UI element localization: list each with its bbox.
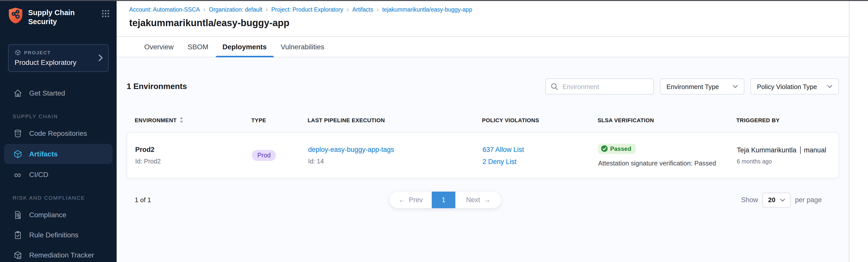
breadcrumb: Account: Automation-SSCA › Organization:… bbox=[129, 6, 837, 13]
slsa-status-badge: Passed bbox=[598, 144, 636, 154]
arrow-left-icon: ← bbox=[399, 196, 405, 204]
environment-type-filter[interactable]: Environment Type bbox=[660, 79, 744, 94]
scrollbar[interactable] bbox=[849, 0, 868, 262]
app-title: Supply Chain Security bbox=[23, 7, 101, 26]
page-number-button[interactable]: 1 bbox=[432, 192, 455, 208]
environment-type-filter-label: Environment Type bbox=[666, 83, 719, 90]
home-icon bbox=[12, 88, 23, 98]
sidebar-item-rule-definitions[interactable]: Rule Definitions bbox=[0, 225, 117, 245]
sidebar-item-get-started[interactable]: Get Started bbox=[0, 83, 117, 103]
cell-triggered-by: Teja Kummarikuntla manual 6 months ago bbox=[737, 146, 838, 165]
column-type: TYPE bbox=[251, 117, 308, 123]
box-wrench-icon bbox=[12, 250, 23, 260]
page-header: Account: Automation-SSCA › Organization:… bbox=[117, 0, 849, 37]
environment-search-input[interactable] bbox=[562, 83, 648, 90]
slsa-status-label: Passed bbox=[610, 145, 631, 152]
chevron-down-icon bbox=[733, 85, 738, 88]
policy-violation-type-filter[interactable]: Policy Violation Type bbox=[750, 79, 839, 94]
attestation-detail: Attestation signature verification: Pass… bbox=[598, 160, 737, 167]
project-selector[interactable]: PROJECT Product Exploratory bbox=[8, 45, 108, 72]
environment-search[interactable] bbox=[545, 79, 654, 94]
trigger-time: 6 months ago bbox=[737, 158, 838, 165]
next-page-button[interactable]: Next → bbox=[455, 192, 501, 208]
cell-pipeline: deploy-easy-buggy-app-tags Id: 14 bbox=[308, 146, 483, 165]
sort-icon[interactable] bbox=[180, 117, 184, 123]
sidebar-item-artifacts[interactable]: Artifacts bbox=[4, 144, 113, 164]
cell-environment: Prod2 Id: Prod2 bbox=[135, 146, 252, 165]
column-triggered-by: TRIGGERED BY bbox=[736, 117, 839, 123]
table-header: ENVIRONMENT TYPE LAST PIPELINE EXECUTION… bbox=[127, 117, 839, 123]
breadcrumb-separator: › bbox=[347, 6, 349, 13]
per-page-select[interactable]: 20 bbox=[763, 192, 790, 207]
deployments-content: 1 Environments Environment Type bbox=[117, 57, 849, 262]
sidebar-header: Supply Chain Security bbox=[0, 0, 117, 31]
cell-type: Prod bbox=[252, 150, 308, 161]
project-name: Product Exploratory bbox=[14, 59, 98, 67]
breadcrumb-artifact-name[interactable]: tejakummarikuntla/easy-buggy-app bbox=[382, 6, 472, 12]
sidebar-nav: Get Started SUPPLY CHAIN </> Code Reposi… bbox=[0, 83, 117, 262]
document-search-icon bbox=[12, 210, 23, 220]
project-cube-icon bbox=[14, 50, 21, 56]
sidebar-item-label: Get Started bbox=[29, 89, 65, 97]
search-icon bbox=[551, 83, 558, 90]
tab-deployments[interactable]: Deployments bbox=[215, 37, 274, 57]
chevron-right-icon bbox=[98, 55, 103, 62]
tab-sbom[interactable]: SBOM bbox=[181, 37, 215, 57]
type-badge: Prod bbox=[252, 150, 276, 161]
divider bbox=[800, 146, 800, 154]
sidebar-item-label: Rule Definitions bbox=[29, 231, 79, 239]
prev-page-button[interactable]: ← Prev bbox=[390, 192, 432, 208]
sidebar-item-label: CI/CD bbox=[29, 171, 48, 179]
toolbar: 1 Environments Environment Type bbox=[127, 79, 839, 94]
clipboard-check-icon bbox=[12, 230, 23, 240]
environments-count-heading: 1 Environments bbox=[127, 82, 187, 91]
breadcrumb-organization[interactable]: Organization: default bbox=[209, 6, 262, 12]
shield-logo-icon bbox=[8, 7, 23, 24]
tab-overview[interactable]: Overview bbox=[137, 37, 181, 57]
environment-name: Prod2 bbox=[135, 146, 252, 153]
column-policy-violations: POLICY VIOLATIONS bbox=[482, 117, 598, 123]
sidebar-item-code-repositories[interactable]: </> Code Repositories bbox=[0, 123, 117, 144]
allow-list-link[interactable]: 637 Allow List bbox=[483, 146, 598, 153]
breadcrumb-account[interactable]: Account: Automation-SSCA bbox=[129, 6, 200, 12]
sidebar-item-remediation-tracker[interactable]: Remediation Tracker bbox=[0, 245, 117, 262]
sidebar-item-label: Code Repositories bbox=[29, 129, 87, 138]
per-page-label: per page bbox=[795, 196, 822, 204]
sidebar-item-label: Remediation Tracker bbox=[29, 251, 94, 259]
column-last-pipeline-execution: LAST PIPELINE EXECUTION bbox=[308, 117, 482, 123]
page-title: tejakummarikuntla/easy-buggy-app bbox=[129, 18, 837, 29]
breadcrumb-artifacts[interactable]: Artifacts bbox=[352, 6, 373, 12]
table-row: Prod2 Id: Prod2 Prod deploy-easy-buggy-a… bbox=[127, 132, 839, 178]
sidebar-item-label: Compliance bbox=[29, 211, 66, 219]
prev-label: Prev bbox=[409, 196, 423, 204]
cell-policy-violations: 637 Allow List 2 Deny List bbox=[483, 146, 598, 165]
project-label: PROJECT bbox=[24, 50, 51, 56]
code-repo-icon: </> bbox=[12, 128, 23, 139]
cell-slsa-verification: Passed Attestation signature verificatio… bbox=[598, 144, 737, 167]
column-slsa-verification: SLSA VERIFICATION bbox=[598, 117, 736, 123]
svg-text:</>: </> bbox=[16, 133, 20, 135]
window-top-edge bbox=[0, 0, 868, 1]
app-grid-icon[interactable] bbox=[101, 9, 110, 18]
chevron-down-icon bbox=[827, 85, 832, 88]
main-area: Account: Automation-SSCA › Organization:… bbox=[117, 0, 849, 262]
check-circle-icon bbox=[601, 146, 608, 152]
chevron-down-icon bbox=[780, 198, 785, 201]
pipeline-link[interactable]: deploy-easy-buggy-app-tags bbox=[308, 146, 483, 153]
nav-section-supply-chain: SUPPLY CHAIN bbox=[0, 103, 117, 123]
sidebar-item-compliance[interactable]: Compliance bbox=[0, 205, 117, 225]
pagination: 1 of 1 ← Prev 1 Next → Show bbox=[127, 192, 839, 208]
project-meta: PROJECT Product Exploratory bbox=[14, 50, 98, 67]
per-page-control: Show 20 per page bbox=[741, 192, 822, 207]
tab-vulnerabilities[interactable]: Vulnerabilities bbox=[274, 37, 331, 57]
app-root: Supply Chain Security bbox=[0, 0, 868, 262]
show-label: Show bbox=[741, 196, 758, 204]
column-environment[interactable]: ENVIRONMENT bbox=[135, 117, 251, 123]
tab-bar: Overview SBOM Deployments Vulnerabilitie… bbox=[117, 37, 849, 57]
environment-id: Id: Prod2 bbox=[135, 158, 252, 165]
deny-list-link[interactable]: 2 Deny List bbox=[483, 158, 598, 165]
infinity-icon: ∞ bbox=[12, 170, 23, 180]
sidebar-item-cicd[interactable]: ∞ CI/CD bbox=[0, 165, 117, 185]
next-label: Next bbox=[466, 196, 480, 204]
breadcrumb-project[interactable]: Project: Product Exploratory bbox=[271, 6, 343, 12]
